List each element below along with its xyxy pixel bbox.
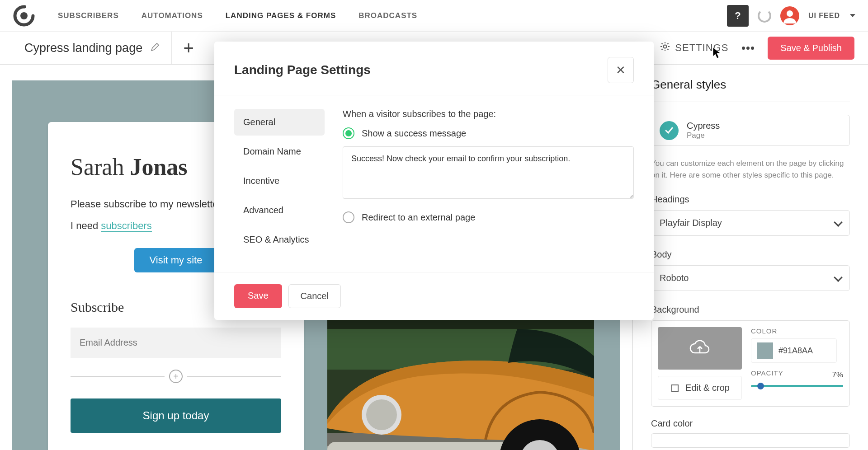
visit-site-button[interactable]: Visit my site: [134, 248, 218, 272]
page-title: Cypress landing page: [24, 41, 142, 55]
card-color-picker[interactable]: [651, 433, 850, 448]
radio-redirect-external[interactable]: [343, 211, 354, 223]
subscribers-link[interactable]: subscribers: [101, 220, 151, 232]
add-page-button[interactable]: +: [172, 32, 206, 64]
settings-button[interactable]: SETTINGS: [660, 41, 728, 55]
modal-tab-domain-name[interactable]: Domain Name: [234, 138, 325, 165]
card-color-label: Card color: [651, 418, 850, 429]
nav-landing-pages-forms[interactable]: LANDING PAGES & FORMS: [226, 11, 336, 20]
chevron-down-icon: [834, 218, 843, 227]
crop-icon: [670, 383, 680, 393]
svg-point-3: [664, 45, 667, 48]
selected-page-name: Cypress: [687, 121, 720, 131]
body-font-value: Roboto: [660, 273, 689, 283]
modal-cancel-button[interactable]: Cancel: [288, 284, 341, 308]
headings-font-select[interactable]: Playfair Display: [651, 210, 850, 236]
svg-rect-15: [672, 385, 678, 391]
color-label: COLOR: [751, 327, 843, 335]
cloud-upload-icon: [689, 340, 710, 356]
radio-show-success-label: Show a success message: [362, 128, 466, 139]
edit-crop-button[interactable]: Edit & crop: [658, 376, 742, 400]
nav-subscribers[interactable]: SUBSCRIBERS: [58, 11, 119, 20]
svg-rect-11: [327, 442, 508, 450]
author-last-name: Jonas: [130, 154, 187, 180]
add-field-button[interactable]: +: [169, 370, 183, 383]
opacity-value: 7%: [832, 370, 843, 380]
radio-redirect-external-label: Redirect to an external page: [362, 212, 475, 223]
opacity-label: OPACITY: [751, 369, 783, 377]
author-first-name: Sarah: [71, 154, 130, 180]
modal-save-button[interactable]: Save: [234, 284, 282, 308]
modal-prompt: When a visitor subscribes to the page:: [343, 109, 634, 119]
modal-tab-seo-analytics[interactable]: SEO & Analytics: [234, 226, 325, 253]
app-logo[interactable]: [13, 5, 35, 27]
sidebar-title: General styles: [651, 78, 850, 102]
color-swatch: [757, 342, 773, 359]
selected-page-type: Page: [687, 131, 720, 140]
slider-thumb[interactable]: [757, 383, 764, 389]
nav-automations[interactable]: AUTOMATIONS: [142, 11, 203, 20]
edit-title-icon[interactable]: [151, 42, 160, 53]
landing-page-settings-modal: Landing Page Settings ✕ General Domain N…: [214, 42, 654, 320]
success-message-textarea[interactable]: [343, 146, 634, 199]
svg-point-1: [20, 12, 28, 19]
page-selector[interactable]: Cypress Page: [651, 115, 850, 146]
signup-button[interactable]: Sign up today: [71, 398, 281, 433]
close-icon: ✕: [616, 63, 626, 77]
sidebar-help-text: You can customize each element on the pa…: [651, 158, 850, 181]
body-font-select[interactable]: Roboto: [651, 265, 850, 291]
modal-tab-incentive[interactable]: Incentive: [234, 168, 325, 194]
help-button[interactable]: ?: [727, 5, 749, 27]
svg-point-2: [787, 10, 793, 17]
loading-spinner-icon: [758, 9, 771, 23]
body-label: Body: [651, 249, 850, 260]
headings-label: Headings: [651, 194, 850, 205]
modal-tab-general[interactable]: General: [234, 109, 325, 136]
gear-icon: [660, 41, 670, 55]
modal-close-button[interactable]: ✕: [608, 57, 634, 83]
caret-down-icon[interactable]: [850, 14, 855, 17]
background-label: Background: [651, 305, 850, 315]
chevron-down-icon: [834, 273, 843, 282]
modal-tab-advanced[interactable]: Advanced: [234, 197, 325, 224]
check-icon: [660, 121, 679, 140]
avatar[interactable]: [780, 6, 799, 25]
color-hex: #91A8AA: [778, 346, 813, 356]
settings-label: SETTINGS: [675, 42, 728, 54]
edit-crop-label: Edit & crop: [685, 383, 730, 393]
color-picker[interactable]: #91A8AA: [751, 338, 837, 363]
email-input[interactable]: [71, 328, 281, 358]
nav-broadcasts[interactable]: BROADCASTS: [359, 11, 417, 20]
radio-show-success[interactable]: [343, 127, 354, 139]
need-prefix: I need: [71, 220, 101, 231]
modal-title: Landing Page Settings: [234, 63, 371, 77]
more-menu-button[interactable]: [742, 47, 754, 50]
svg-point-10: [366, 399, 397, 430]
user-menu-label[interactable]: UI FEED: [808, 12, 840, 20]
save-publish-button[interactable]: Save & Publish: [768, 37, 854, 60]
background-upload[interactable]: [658, 327, 742, 370]
opacity-slider[interactable]: [751, 385, 843, 387]
headings-font-value: Playfair Display: [660, 218, 722, 228]
background-box: Edit & crop COLOR #91A8AA OPACITY 7%: [651, 320, 850, 407]
